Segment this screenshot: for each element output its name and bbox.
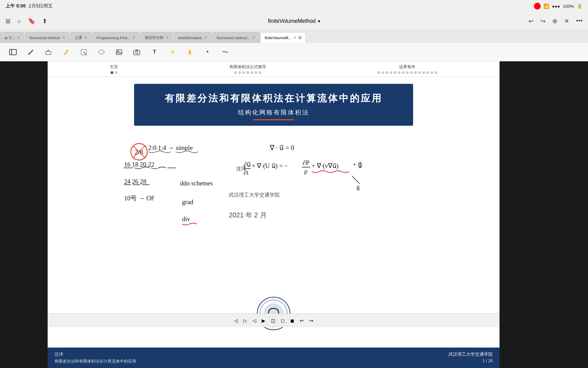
tab-close-7[interactable]: ✕	[252, 35, 255, 40]
tab-close-4[interactable]: ✕	[132, 35, 135, 40]
tab-label-active: finiteVolumeM...	[265, 36, 291, 40]
pdf-nav-next[interactable]: ▶	[262, 318, 265, 323]
tab-label: 上课	[75, 35, 82, 40]
marker-btn[interactable]	[184, 46, 196, 58]
sidebar-toggle-btn[interactable]	[7, 46, 19, 58]
svg-line-41	[352, 176, 360, 184]
bottom-status-bottom: 有限差分法和有限体积法在计算流体中的应用 1 / 26	[54, 358, 493, 364]
back-icon[interactable]: ↩	[528, 17, 534, 25]
tab-close-3[interactable]: ✕	[84, 35, 87, 40]
pdf-nav-prev[interactable]: ▷	[243, 318, 247, 323]
svg-rect-0	[10, 49, 16, 55]
svg-text:10号 → OF: 10号 → OF	[124, 195, 155, 202]
dot-7	[250, 71, 253, 74]
pdf-viewer[interactable]: 引言 有限体积法公式推导	[48, 61, 500, 368]
tab-close-6[interactable]: ✕	[204, 35, 207, 40]
signal-icon: ●●●	[552, 4, 560, 9]
svg-rect-3	[46, 51, 51, 55]
pdf-nav-redo[interactable]: ↪	[309, 318, 313, 323]
tab-label: timeDerivative	[178, 36, 202, 40]
bottom-status-top: 注洋 武汉理工大学交通学院	[54, 351, 493, 357]
svg-rect-13	[189, 50, 191, 53]
bookmark-icon[interactable]: 🔖	[28, 17, 35, 25]
pdf-nav-first[interactable]: ◁	[234, 318, 238, 323]
tab-label: at Tr...	[4, 36, 15, 40]
tab-at-tr[interactable]: at Tr... ✕	[0, 32, 24, 43]
pdf-nav-dot1[interactable]: ◫	[271, 318, 275, 323]
section-formula: 有限体积法公式推导	[229, 64, 266, 74]
tab-numerical-method2[interactable]: Numerical method... ✕	[212, 32, 260, 43]
title-chevron[interactable]: ▾	[318, 18, 320, 24]
record-indicator	[534, 3, 541, 10]
bluetooth-btn[interactable]: ⚡	[166, 46, 178, 58]
tab-close-5[interactable]: ✕	[166, 35, 169, 40]
forward-icon[interactable]: ↪	[540, 17, 545, 25]
section-label-boundary: 边界条件	[399, 64, 415, 70]
svg-text:∂t: ∂t	[244, 169, 249, 176]
tab-stability[interactable]: 稳定性分析 ✕	[141, 32, 173, 43]
section-dots-boundary	[377, 71, 437, 74]
pdf-nav-prev2[interactable]: ◁	[252, 318, 256, 323]
tab-time-derivative[interactable]: timeDerivative ✕	[174, 32, 212, 43]
svg-text:24  26  28: 24 26 28	[124, 178, 146, 185]
pdf-nav-dot2[interactable]: ◻	[281, 318, 285, 323]
tab-close-1[interactable]: ✕	[17, 35, 20, 40]
highlighter-tool-btn[interactable]	[60, 46, 72, 58]
bottom-status: 注洋 武汉理工大学交通学院 有限差分法和有限体积法在计算流体中的应用 1 / 2…	[48, 348, 500, 368]
title-bar: ⊞ ⌕ 🔖 ⬆ finiteVolumeMethod ▾ ↩ ↪ ⊕ ✕ •••	[0, 12, 588, 30]
slide-body: 2/8 2:0 1:4 → simple 16 18 20 22	[68, 131, 479, 341]
tab-class[interactable]: 上课 ✕	[70, 32, 92, 43]
pdf-nav-undo[interactable]: ↩	[300, 318, 304, 323]
dot-9	[259, 71, 261, 74]
dot-tool-btn[interactable]: •	[201, 46, 214, 58]
grid-icon[interactable]: ⊞	[5, 17, 11, 25]
page-number: 1 / 26	[483, 358, 493, 364]
more-icon[interactable]: •••	[576, 17, 583, 25]
eraser-tool-btn[interactable]	[42, 46, 54, 58]
tab-numerical-method[interactable]: Numerical method ✕	[25, 32, 69, 43]
slide-nav: 引言 有限体积法公式推导	[48, 61, 500, 77]
svg-text:武汉理工大学交通学院: 武汉理工大学交通学院	[229, 192, 280, 198]
tab-label: Numerical method	[30, 36, 60, 40]
pdf-nav-dot3[interactable]: ◼	[290, 318, 294, 323]
tab-finite-volume[interactable]: finiteVolumeM... ✕ ⊡	[260, 32, 306, 43]
svg-text:+ ∇·(U u⃗) = −: + ∇·(U u⃗) = −	[252, 162, 288, 170]
text-tool-btn[interactable]: T	[148, 46, 161, 58]
section-boundary: 边界条件	[377, 64, 437, 74]
close-icon[interactable]: ✕	[564, 17, 569, 25]
camera-tool-btn[interactable]	[131, 46, 143, 58]
title-bar-center: finiteVolumeMethod ▾	[268, 18, 320, 24]
image-tool-btn[interactable]	[113, 46, 125, 58]
tab-extra-icon: ⊡	[298, 35, 301, 40]
slide-sub-title: 结构化网格有限体积法	[144, 108, 403, 117]
svg-rect-8	[116, 50, 122, 55]
section-label-formula: 有限体积法公式推导	[229, 64, 266, 70]
dot-8	[255, 71, 257, 74]
dot-5	[242, 71, 245, 74]
tab-programming[interactable]: Programming Finit... ✕	[92, 32, 140, 43]
svg-line-6	[83, 52, 86, 55]
dot-4	[238, 71, 241, 74]
tab-label: Numerical method...	[217, 36, 250, 40]
search-icon[interactable]: ⌕	[17, 17, 21, 25]
share-icon[interactable]: ⬆	[42, 17, 47, 25]
svg-text:+ ∇·(ν∇u⃗): + ∇·(ν∇u⃗)	[312, 162, 339, 170]
tab-close-2[interactable]: ✕	[62, 35, 65, 40]
svg-point-7	[99, 50, 104, 54]
tab-label: 稳定性分析	[145, 35, 164, 40]
pdf-bottom-bar: ◁ ▷ ◁ ▶ ◫ ◻ ◼ ↩ ↪	[48, 313, 500, 327]
select-tool-btn[interactable]	[78, 46, 90, 58]
status-time: 上午 8:06	[5, 3, 26, 9]
lasso-tool-btn[interactable]	[95, 46, 108, 58]
author-label: 注洋	[54, 351, 63, 357]
wifi-icon: 📶	[543, 3, 549, 9]
add-tab-icon[interactable]: ⊕	[552, 17, 557, 25]
pen-tool-btn[interactable]	[24, 46, 37, 58]
document-title: finiteVolumeMethod	[268, 18, 316, 24]
section-dots-intro	[111, 71, 117, 74]
tab-close-8[interactable]: ✕	[293, 35, 296, 40]
right-sidebar	[500, 61, 588, 368]
curve-tool-btn[interactable]: 〜	[219, 46, 231, 58]
svg-text:∂u⃗: ∂u⃗	[244, 161, 251, 168]
svg-text:grad: grad	[182, 198, 194, 205]
